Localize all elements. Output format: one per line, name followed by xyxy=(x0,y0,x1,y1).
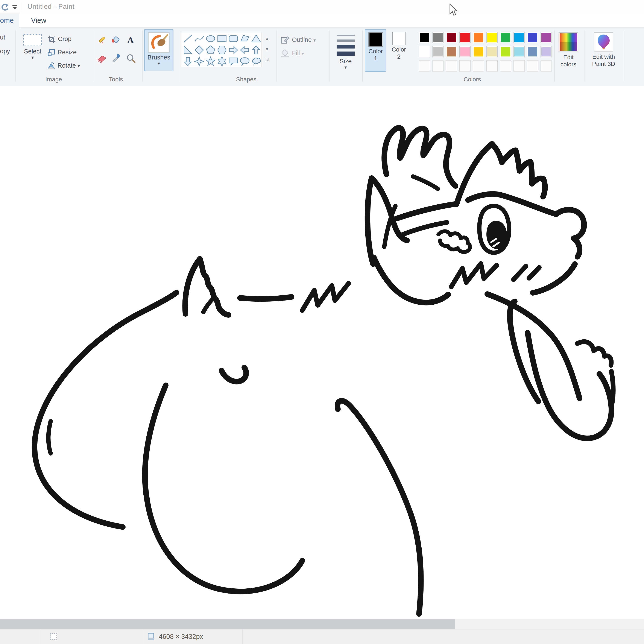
palette-color-22b14c[interactable] xyxy=(500,32,511,43)
stroke-ear-curl xyxy=(222,368,246,382)
palette-color-c3c3c3[interactable] xyxy=(433,46,443,57)
stroke-fur-tick xyxy=(49,421,51,453)
edit-with-paint3d-button[interactable]: Edit with Paint 3D xyxy=(589,29,618,67)
palette-empty-slot[interactable] xyxy=(446,61,457,71)
outline-label: Outline xyxy=(292,36,312,43)
palette-color-7f7f7f[interactable] xyxy=(433,32,443,43)
palette-color-ffc90e[interactable] xyxy=(473,46,484,57)
text-tool-icon[interactable]: A xyxy=(125,35,136,45)
horizontal-scrollbar-thumb[interactable] xyxy=(0,619,455,629)
palette-color-c8bfe7[interactable] xyxy=(541,46,551,57)
shape-ellipse-icon[interactable] xyxy=(205,33,216,44)
size-button[interactable]: Size ▾ xyxy=(334,29,357,71)
horizontal-scrollbar[interactable] xyxy=(0,619,644,629)
shape-arrow-left-icon[interactable] xyxy=(239,44,250,55)
resize-button[interactable]: Resize xyxy=(47,46,77,58)
mouse-cursor xyxy=(448,3,458,17)
color2-button[interactable]: Color 2 xyxy=(388,29,410,72)
palette-color-ffffff[interactable] xyxy=(419,46,430,57)
palette-color-b5e61d[interactable] xyxy=(500,46,511,57)
stroke-arm-upper xyxy=(397,204,456,219)
group-separator xyxy=(94,30,94,82)
palette-color-ff7f27[interactable] xyxy=(473,32,484,43)
color1-button[interactable]: Color 1 xyxy=(365,29,386,72)
tools-group-label: Tools xyxy=(109,76,123,83)
cut-button[interactable]: ut xyxy=(0,34,5,41)
shape-star-5-icon[interactable] xyxy=(205,56,216,67)
shapes-scroll-down-icon[interactable]: ▾ xyxy=(263,44,271,55)
palette-empty-slot[interactable] xyxy=(541,61,551,71)
shape-pentagon-icon[interactable] xyxy=(205,44,216,55)
shape-star-6-icon[interactable] xyxy=(217,56,227,67)
shape-triangle-icon[interactable] xyxy=(251,33,261,44)
fill-tool-icon[interactable] xyxy=(111,35,121,45)
shape-rounded-rect-icon[interactable] xyxy=(228,33,239,44)
magnifier-tool-icon[interactable] xyxy=(126,53,136,64)
palette-color-99d9ea[interactable] xyxy=(514,46,524,57)
palette-empty-slot[interactable] xyxy=(419,61,430,71)
shape-arrow-up-icon[interactable] xyxy=(251,44,261,55)
undo-icon[interactable] xyxy=(0,2,9,12)
shape-hexagon-icon[interactable] xyxy=(217,44,227,55)
shape-rectangle-icon[interactable] xyxy=(217,33,227,44)
shape-callout-rect-icon[interactable] xyxy=(228,56,239,67)
palette-color-b97a57[interactable] xyxy=(446,46,457,57)
palette-empty-slot[interactable] xyxy=(500,61,511,71)
resize-label: Resize xyxy=(58,49,77,56)
ribbon: ut opy Select ▾ Crop Resize xyxy=(0,28,644,86)
fill-button[interactable]: Fill ▾ xyxy=(280,47,304,59)
tab-view[interactable]: View xyxy=(26,13,52,28)
shape-callout-cloud-icon[interactable] xyxy=(251,56,261,67)
shapes-scroll-up-icon[interactable]: ▴ xyxy=(263,33,271,44)
palette-empty-slot[interactable] xyxy=(473,61,484,71)
palette-color-ed1c24[interactable] xyxy=(460,32,470,43)
palette-empty-slot[interactable] xyxy=(433,61,443,71)
palette-empty-slot[interactable] xyxy=(460,61,470,71)
palette-empty-slot[interactable] xyxy=(527,61,538,71)
shape-line-icon[interactable] xyxy=(182,33,193,44)
shape-curve-icon[interactable] xyxy=(194,33,205,44)
palette-color-880015[interactable] xyxy=(446,32,457,43)
shape-callout-oval-icon[interactable] xyxy=(239,56,250,67)
select-button[interactable]: Select ▾ xyxy=(22,29,43,72)
customize-toolbar-icon[interactable] xyxy=(11,3,18,11)
palette-empty-slot[interactable] xyxy=(487,61,497,71)
edit-colors-label-2: colors xyxy=(558,61,579,68)
palette-color-efe4b0[interactable] xyxy=(487,46,497,57)
shape-diamond-icon[interactable] xyxy=(194,44,205,55)
color-picker-tool-icon[interactable] xyxy=(111,53,122,63)
palette-color-000000[interactable] xyxy=(419,32,430,43)
tab-home[interactable]: ome xyxy=(0,13,19,28)
dog-sketch-drawing xyxy=(0,86,644,619)
palette-color-00a2e8[interactable] xyxy=(514,32,524,43)
shape-star-4-icon[interactable] xyxy=(194,56,205,67)
copy-button[interactable]: opy xyxy=(0,48,10,55)
rotate-button[interactable]: Rotate ▾ xyxy=(47,59,80,72)
size-dropdown-icon: ▾ xyxy=(334,65,357,70)
eraser-tool-icon[interactable] xyxy=(97,53,107,64)
palette-color-3f48cc[interactable] xyxy=(527,32,538,43)
drawing-canvas[interactable] xyxy=(0,86,644,619)
shapes-scrollbar[interactable]: ▴ ▾ ⍗ xyxy=(263,33,271,66)
brushes-button[interactable]: Brushes ▾ xyxy=(144,29,173,71)
stroke-palm-line xyxy=(413,176,438,189)
shape-arrow-right-icon[interactable] xyxy=(228,44,239,55)
shape-right-triangle-icon[interactable] xyxy=(182,44,193,55)
pencil-tool-icon[interactable] xyxy=(97,35,107,45)
palette-color-ffaec9[interactable] xyxy=(460,46,470,57)
palette-color-a349a4[interactable] xyxy=(541,32,551,43)
color1-number: 1 xyxy=(365,55,386,62)
palette-color-fff200[interactable] xyxy=(487,32,497,43)
color2-swatch xyxy=(392,32,406,45)
paint-window: Untitled - Paint ome View ut opy Select xyxy=(0,0,644,644)
palette-color-7092be[interactable] xyxy=(527,46,538,57)
stroke-right-thigh xyxy=(337,401,421,614)
edit-colors-button[interactable]: Edit colors xyxy=(558,29,579,68)
shape-polygon-icon[interactable] xyxy=(239,33,250,44)
shape-arrow-down-icon[interactable] xyxy=(182,56,193,67)
crop-button[interactable]: Crop xyxy=(48,33,71,45)
shapes-more-icon[interactable]: ⍗ xyxy=(263,55,271,65)
palette-empty-slot[interactable] xyxy=(514,61,524,71)
outline-button[interactable]: Outline ▾ xyxy=(280,33,316,46)
group-separator xyxy=(276,30,277,82)
